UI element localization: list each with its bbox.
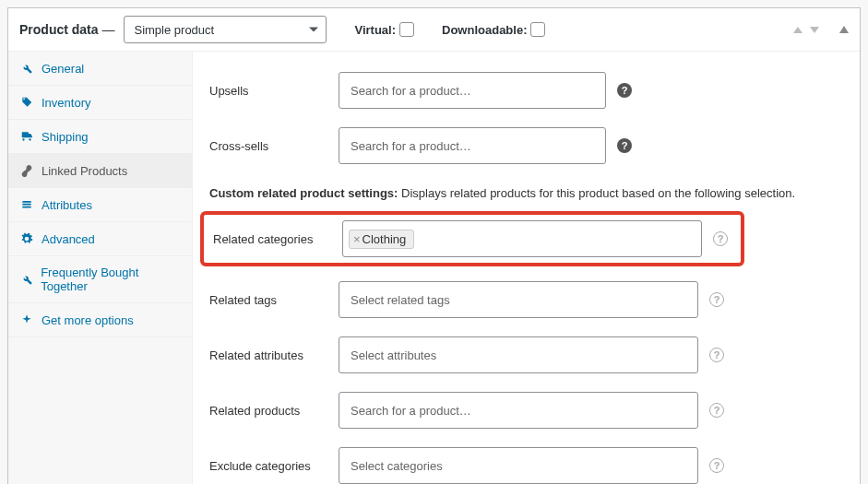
panel-title: Product data — bbox=[19, 22, 114, 37]
sidebar-item-advanced[interactable]: Advanced bbox=[8, 222, 192, 256]
downloadable-label: Downloadable: bbox=[442, 22, 545, 37]
chevron-down-icon bbox=[309, 28, 318, 32]
related-tags-label: Related tags bbox=[209, 293, 327, 307]
sidebar: General Inventory Shipping Linked Produc… bbox=[8, 52, 193, 484]
virtual-label: Virtual: bbox=[354, 22, 414, 37]
custom-heading-bold: Custom related product settings: bbox=[209, 186, 398, 200]
upsells-label: Upsells bbox=[209, 84, 327, 98]
help-icon[interactable]: ? bbox=[709, 348, 724, 362]
help-icon[interactable]: ? bbox=[709, 292, 724, 307]
upsells-placeholder: Search for a product… bbox=[351, 84, 471, 98]
wrench-icon bbox=[19, 61, 34, 76]
exclude-categories-placeholder: Select categories bbox=[351, 459, 443, 473]
list-icon bbox=[19, 197, 34, 212]
truck-icon bbox=[19, 129, 34, 144]
related-products-placeholder: Search for a product… bbox=[351, 404, 471, 418]
crosssells-row: Cross-sells Search for a product… ? bbox=[209, 118, 843, 173]
related-categories-label: Related categories bbox=[213, 232, 331, 246]
downloadable-text: Downloadable: bbox=[442, 23, 527, 37]
related-categories-highlight: Related categories × Clothing ? bbox=[200, 211, 744, 266]
virtual-text: Virtual: bbox=[354, 23, 396, 37]
title-text: Product data bbox=[19, 22, 99, 37]
tag-label: Clothing bbox=[363, 232, 407, 246]
related-attributes-row: Related attributes Select attributes ? bbox=[209, 327, 843, 383]
related-attributes-input[interactable]: Select attributes bbox=[339, 336, 698, 373]
panel-controls bbox=[793, 26, 849, 33]
panel-header: Product data — Simple product Virtual: D… bbox=[8, 8, 860, 52]
virtual-checkbox[interactable] bbox=[399, 22, 414, 37]
link-icon bbox=[19, 163, 34, 178]
remove-tag-icon[interactable]: × bbox=[353, 233, 361, 245]
help-icon[interactable]: ? bbox=[617, 138, 632, 153]
sidebar-item-label: General bbox=[42, 62, 84, 76]
sparkle-icon bbox=[19, 313, 34, 327]
related-attributes-placeholder: Select attributes bbox=[351, 348, 436, 362]
related-products-input[interactable]: Search for a product… bbox=[339, 392, 698, 429]
help-icon[interactable]: ? bbox=[709, 458, 724, 473]
move-up-icon[interactable] bbox=[793, 27, 803, 33]
sidebar-item-label: Inventory bbox=[42, 96, 90, 110]
related-categories-input[interactable]: × Clothing bbox=[342, 220, 702, 257]
tag-icon bbox=[19, 95, 34, 110]
wrench-icon bbox=[19, 272, 33, 287]
move-down-icon[interactable] bbox=[810, 27, 819, 33]
sidebar-item-general[interactable]: General bbox=[8, 52, 192, 86]
panel-body: General Inventory Shipping Linked Produc… bbox=[8, 52, 860, 484]
product-type-select[interactable]: Simple product bbox=[124, 16, 327, 43]
sidebar-item-inventory[interactable]: Inventory bbox=[8, 86, 192, 120]
upsells-row: Upsells Search for a product… ? bbox=[209, 63, 843, 118]
related-tags-placeholder: Select related tags bbox=[351, 293, 450, 307]
sidebar-item-label: Shipping bbox=[42, 130, 89, 144]
title-dash: — bbox=[99, 22, 115, 37]
upsells-input[interactable]: Search for a product… bbox=[339, 72, 606, 109]
toggle-panel-icon[interactable] bbox=[839, 26, 849, 33]
related-products-row: Related products Search for a product… ? bbox=[209, 383, 843, 438]
exclude-categories-label: Exclude categories bbox=[209, 459, 327, 473]
crosssells-placeholder: Search for a product… bbox=[351, 139, 471, 153]
custom-heading-rest: Displays related products for this produ… bbox=[398, 186, 795, 200]
related-tags-row: Related tags Select related tags ? bbox=[209, 272, 843, 327]
related-tags-input[interactable]: Select related tags bbox=[339, 281, 698, 318]
sidebar-item-label: Attributes bbox=[42, 198, 92, 212]
downloadable-checkbox[interactable] bbox=[530, 22, 545, 37]
sidebar-item-label: Advanced bbox=[42, 232, 95, 246]
sidebar-item-fbt[interactable]: Frequently Bought Together bbox=[8, 256, 192, 303]
crosssells-label: Cross-sells bbox=[209, 139, 327, 153]
sidebar-item-label: Get more options bbox=[42, 313, 134, 327]
sidebar-item-more-options[interactable]: Get more options bbox=[8, 303, 192, 337]
custom-section-heading: Custom related product settings: Display… bbox=[209, 173, 843, 206]
product-type-value: Simple product bbox=[134, 23, 214, 37]
sidebar-item-label: Frequently Bought Together bbox=[41, 266, 181, 293]
product-data-panel: Product data — Simple product Virtual: D… bbox=[7, 7, 861, 484]
sidebar-item-shipping[interactable]: Shipping bbox=[8, 120, 192, 154]
sidebar-item-linked-products[interactable]: Linked Products bbox=[8, 154, 192, 188]
related-attributes-label: Related attributes bbox=[209, 348, 327, 362]
crosssells-input[interactable]: Search for a product… bbox=[339, 127, 606, 164]
exclude-categories-row: Exclude categories Select categories ? bbox=[209, 438, 843, 484]
help-icon[interactable]: ? bbox=[709, 403, 724, 418]
related-products-label: Related products bbox=[209, 404, 327, 418]
content-area: Upsells Search for a product… ? Cross-se… bbox=[193, 52, 860, 484]
exclude-categories-input[interactable]: Select categories bbox=[339, 447, 698, 484]
gear-icon bbox=[19, 231, 34, 246]
sidebar-item-attributes[interactable]: Attributes bbox=[8, 188, 192, 222]
sidebar-item-label: Linked Products bbox=[42, 164, 127, 178]
help-icon[interactable]: ? bbox=[617, 83, 632, 98]
help-icon[interactable]: ? bbox=[713, 231, 728, 246]
category-tag[interactable]: × Clothing bbox=[349, 230, 414, 249]
